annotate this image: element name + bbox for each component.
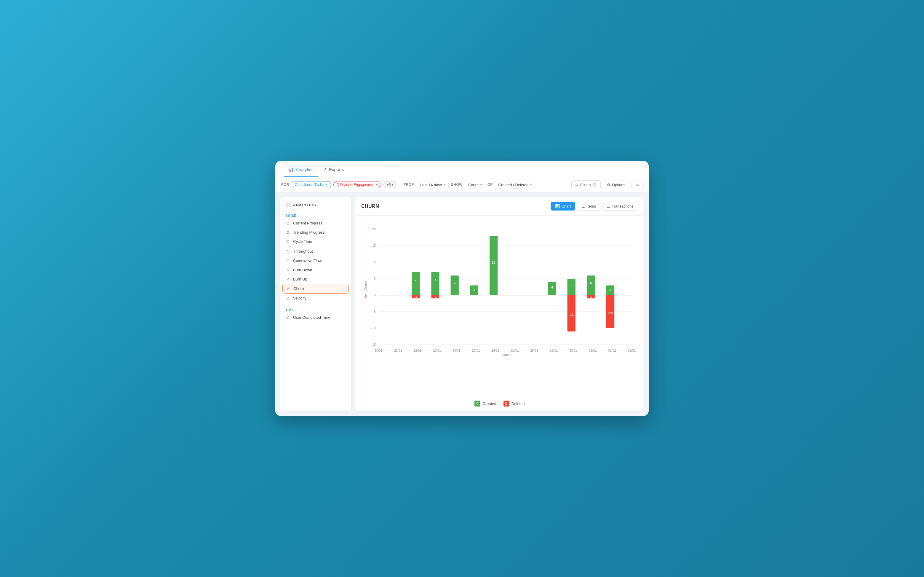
legend-created-label: Created [482,401,496,406]
chart-view-btn-transactions[interactable]: ☰ Transactions [602,202,638,211]
filter-icon: ⚙ [575,183,579,187]
show-chevron: ▾ [480,183,482,187]
cycle-time-icon: ⏱ [285,239,290,244]
analytics-icon: 📊 [288,167,294,172]
sidebar-item-velocity[interactable]: ⊙ Velocity [280,293,351,303]
svg-text:22/01: 22/01 [413,349,421,352]
current-progress-label: Current Progress [293,221,322,226]
chart-header: CHURN 📊 Chart ☰ Items ☰ Transactions [355,197,644,216]
tab-analytics-label: Analytics [296,167,313,172]
cumulative-flow-icon: ⊞ [285,259,290,263]
bar-23-created [431,272,439,295]
adjust-button[interactable]: ⚖ [632,181,643,189]
legend-dot-deleted: D [503,401,509,406]
chart-title: CHURN [361,204,379,209]
compliance-tag-close[interactable]: ✕ [325,183,328,187]
svg-text:10: 10 [372,260,376,264]
transactions-btn-label: Transactions [612,204,633,208]
tab-exports[interactable]: ↗ Exports [319,161,348,177]
filter-bar: FOR Compliance Tasks ✕ D Division Engage… [275,177,649,192]
svg-text:3: 3 [609,288,611,292]
sidebar-item-current-progress[interactable]: ⊙ Current Progress [280,219,351,228]
user-completed-time-icon: ⏱ [285,315,290,320]
bar-26-created [490,236,498,295]
sidebar-item-burn-up[interactable]: ↗ Burn Up [280,274,351,284]
legend-created: C Created [474,401,496,406]
sidebar-item-cycle-time[interactable]: ⏱ Cycle Time [280,237,351,246]
of-select[interactable]: Created / Deleted ▾ [495,181,535,189]
compliance-tag[interactable]: Compliance Tasks ✕ [292,181,331,188]
sidebar-item-cumulative-flow[interactable]: ⊞ Cumulative Flow [280,256,351,265]
from-divider: | [400,183,400,187]
app-window: 📊 Analytics ↗ Exports FOR Compliance Tas… [275,161,649,416]
chart-area: CHURN 📊 Chart ☰ Items ☰ Transactions [355,197,644,411]
svg-text:31/01: 31/01 [589,349,597,352]
burn-up-icon: ↗ [285,277,290,281]
svg-text:28/01: 28/01 [530,349,538,352]
sidebar-item-throughput[interactable]: 〜 Throughput [280,246,351,256]
division-tag-label: D Division Engagemets [337,183,374,187]
trending-progress-label: Trending Progress [293,230,325,235]
svg-text:02/02: 02/02 [628,349,636,352]
compliance-tag-label: Compliance Tasks [295,183,324,187]
svg-text:5: 5 [570,283,572,287]
of-value: Created / Deleted [498,183,529,187]
filters-button[interactable]: ⚙ Filters 0 [571,180,601,189]
tab-exports-label: Exports [329,167,344,172]
of-chevron: ▾ [530,183,532,187]
svg-text:18: 18 [492,261,495,264]
options-button[interactable]: ⚙ Options [603,181,629,189]
filter-actions: ⚙ Filters 0 ⚙ Options ⚖ [571,180,643,189]
svg-text:-1: -1 [590,295,592,298]
from-select[interactable]: Last 14 days ▾ [417,181,449,189]
sidebar-section-agile: AGILE [280,211,351,219]
bar-30-created [567,279,575,295]
chart-view-btn-items[interactable]: ☰ Items [577,202,600,211]
svg-text:7: 7 [434,278,436,282]
sidebar-section-time: TIME [280,306,351,313]
bar-24-created [451,276,459,295]
more-tags-button[interactable]: +5 ▾ [384,181,397,188]
svg-text:6: 6 [454,281,455,285]
svg-text:30/01: 30/01 [569,349,577,352]
adjust-icon: ⚖ [635,183,639,187]
sidebar-item-trending-progress[interactable]: ⊙ Trending Progress [280,228,351,237]
chart-btn-label: Chart [561,204,571,208]
svg-text:-10: -10 [608,311,613,315]
chart-view-btn-chart[interactable]: 📊 Chart [551,202,575,211]
svg-text:26/01: 26/01 [491,349,499,352]
items-btn-icon: ☰ [582,204,585,208]
sidebar-header: 📈 ANALYTICS [280,203,351,211]
more-tags-label: +5 [387,183,391,187]
show-select[interactable]: Count ▾ [465,181,485,189]
sidebar-header-label: ANALYTICS [293,203,316,207]
churn-icon: ⊕ [286,287,291,291]
sidebar-item-user-completed-time[interactable]: ⏱ User Completed Time [280,313,351,322]
legend-deleted: D Deleted [503,401,525,406]
show-label: SHOW [451,183,463,187]
options-label: Options [612,183,625,187]
svg-text:01/02: 01/02 [608,349,616,352]
svg-text:6: 6 [590,281,592,285]
burn-down-label: Burn Down [293,268,312,272]
svg-text:-5: -5 [373,310,376,313]
churn-label: Churn [293,287,304,291]
velocity-label: Velocity [293,296,307,300]
svg-text:0: 0 [374,293,376,297]
sidebar-item-burn-down[interactable]: ↘ Burn Down [280,265,351,274]
of-label: OF [487,183,493,187]
legend-deleted-label: Deleted [511,401,525,406]
svg-text:-1: -1 [434,295,437,298]
sidebar-item-churn[interactable]: ⊕ Churn [283,284,349,293]
items-btn-label: Items [587,204,596,208]
main-content: 📈 ANALYTICS AGILE ⊙ Current Progress ⊙ T… [275,192,649,416]
chart-legend: C Created D Deleted [355,397,644,411]
svg-text:27/01: 27/01 [511,349,519,352]
filters-label: Filters [580,183,591,187]
svg-text:7: 7 [415,278,417,282]
tab-analytics[interactable]: 📊 Analytics [284,161,318,177]
chart-body: .grid-line { stroke: #eee; stroke-width:… [355,216,644,397]
svg-text:24/01: 24/01 [453,349,461,352]
division-tag-close[interactable]: ✕ [376,183,378,187]
division-tag[interactable]: D Division Engagemets ✕ [333,181,381,188]
